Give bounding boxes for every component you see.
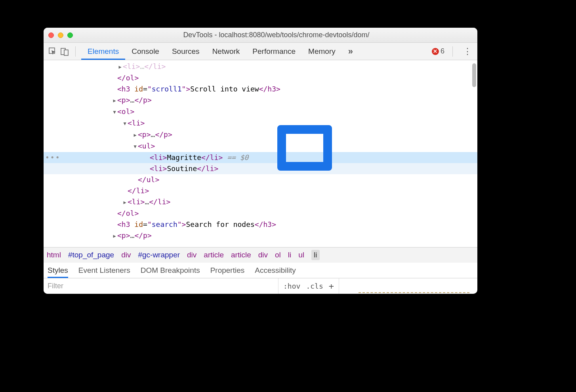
scrollbar-thumb[interactable] — [472, 63, 476, 87]
kebab-menu-icon[interactable]: ⋮ — [461, 46, 473, 57]
hov-toggle[interactable]: :hov — [283, 282, 300, 290]
device-toolbar-icon[interactable] — [59, 46, 70, 57]
close-window-icon[interactable] — [48, 32, 54, 38]
highlight-overlay-icon — [277, 125, 332, 171]
subtab-event-listeners[interactable]: Event Listeners — [78, 263, 130, 278]
tab-memory[interactable]: Memory — [302, 43, 342, 60]
error-count: 6 — [441, 47, 444, 55]
dom-node-row[interactable]: ▶<li>…</li> — [44, 196, 477, 208]
breadcrumb-item[interactable]: ul — [298, 251, 304, 259]
dom-node-row[interactable]: <h3 id="scroll1">Scroll into view</h3> — [44, 84, 477, 95]
styles-filter-input[interactable] — [44, 278, 278, 294]
dom-node-row[interactable]: ▶<p>…</p> — [44, 129, 477, 141]
error-count-badge[interactable]: ✕ 6 — [432, 47, 444, 55]
subtab-styles[interactable]: Styles — [48, 263, 68, 278]
styles-filter-controls: :hov .cls + — [278, 278, 339, 294]
breadcrumb-item[interactable]: li — [288, 251, 291, 259]
disclosure-triangle-icon[interactable]: ▶ — [112, 230, 117, 242]
tab-elements[interactable]: Elements — [81, 43, 125, 60]
minimize-window-icon[interactable] — [58, 32, 63, 38]
row-actions-icon[interactable]: ••• — [45, 152, 61, 163]
inspect-element-icon[interactable] — [48, 46, 58, 57]
dom-node-row[interactable]: <h3 id="search">Search for nodes</h3> — [44, 219, 477, 230]
subtab-properties[interactable]: Properties — [210, 263, 245, 278]
tab-sources[interactable]: Sources — [166, 43, 206, 60]
titlebar: DevTools - localhost:8080/web/tools/chro… — [44, 28, 477, 43]
dom-node-row[interactable]: ▶<p>…</p> — [44, 95, 477, 106]
tab-console[interactable]: Console — [125, 43, 166, 60]
traffic-lights — [48, 32, 73, 38]
dom-node-row[interactable]: </ul> — [44, 174, 477, 185]
dom-node-row[interactable]: ▼<li> — [44, 118, 477, 129]
breadcrumb-item[interactable]: #gc-wrapper — [138, 251, 180, 259]
breadcrumb-item[interactable]: li — [311, 250, 319, 260]
box-model-preview — [339, 278, 477, 294]
disclosure-triangle-icon[interactable]: ▼ — [122, 118, 128, 129]
svg-rect-2 — [64, 50, 68, 55]
cls-toggle[interactable]: .cls — [306, 282, 323, 290]
disclosure-triangle-icon[interactable]: ▶ — [117, 61, 123, 72]
subtab-accessibility[interactable]: Accessibility — [255, 263, 296, 278]
breadcrumb-item[interactable]: div — [258, 251, 268, 259]
disclosure-triangle-icon[interactable]: ▶ — [122, 197, 128, 208]
devtools-window: DevTools - localhost:8080/web/tools/chro… — [44, 28, 477, 294]
dom-breadcrumbs: html#top_of_pagediv#gc-wrapperdivarticle… — [44, 247, 477, 262]
dom-node-row[interactable]: </li> — [44, 185, 477, 196]
devtools-toolbar: Elements Console Sources Network Perform… — [44, 43, 477, 60]
dom-node-row[interactable]: ▶<p>…</p> — [44, 230, 477, 242]
toolbar-separator — [452, 46, 453, 57]
dom-tree[interactable]: ▶<li>…</li></ol><h3 id="scroll1">Scroll … — [44, 60, 477, 247]
dom-node-row[interactable]: <li>Soutine</li> — [44, 163, 477, 174]
dom-node-row[interactable]: </ol> — [44, 208, 477, 219]
disclosure-triangle-icon[interactable]: ▶ — [112, 95, 117, 106]
tabs-overflow-icon[interactable]: » — [342, 43, 359, 60]
breadcrumb-item[interactable]: html — [47, 251, 61, 259]
dom-node-row[interactable]: ▼<ol> — [44, 106, 477, 118]
breadcrumb-item[interactable]: div — [121, 251, 131, 259]
dom-node-row[interactable]: ▶<li>…</li> — [44, 61, 477, 72]
breadcrumb-item[interactable]: div — [187, 251, 196, 259]
disclosure-triangle-icon[interactable]: ▼ — [132, 141, 138, 152]
zoom-window-icon[interactable] — [67, 32, 73, 38]
tab-network[interactable]: Network — [206, 43, 246, 60]
dom-node-row[interactable]: ▼<ul> — [44, 141, 477, 152]
styles-filter-row: :hov .cls + — [44, 278, 477, 294]
breadcrumb-item[interactable]: #top_of_page — [68, 251, 114, 259]
tab-performance[interactable]: Performance — [246, 43, 302, 60]
disclosure-triangle-icon[interactable]: ▶ — [132, 129, 138, 141]
breadcrumb-item[interactable]: article — [204, 251, 224, 259]
dom-node-row[interactable]: </ol> — [44, 72, 477, 84]
toolbar-separator — [75, 46, 76, 57]
breadcrumb-item[interactable]: article — [231, 251, 251, 259]
error-icon: ✕ — [432, 48, 439, 55]
subtab-dom-breakpoints[interactable]: DOM Breakpoints — [141, 263, 200, 278]
disclosure-triangle-icon[interactable]: ▼ — [112, 107, 117, 118]
window-title: DevTools - localhost:8080/web/tools/chro… — [80, 31, 473, 39]
styles-pane-tabs: StylesEvent ListenersDOM BreakpointsProp… — [44, 262, 477, 278]
panel-tabs: Elements Console Sources Network Perform… — [81, 43, 359, 60]
dom-node-row[interactable]: •••<li>Magritte</li> == $0 — [44, 152, 477, 163]
breadcrumb-item[interactable]: ol — [275, 251, 281, 259]
new-style-rule-icon[interactable]: + — [329, 281, 334, 291]
